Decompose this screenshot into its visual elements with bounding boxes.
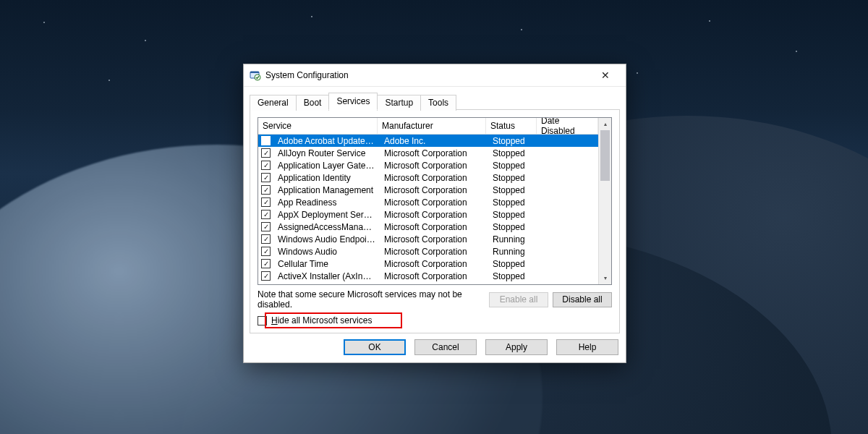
col-header-service[interactable]: Service — [258, 118, 378, 134]
service-checkbox[interactable] — [261, 271, 271, 281]
app-icon — [250, 69, 261, 81]
service-checkbox[interactable] — [261, 148, 271, 158]
hide-microsoft-checkbox[interactable] — [258, 316, 267, 326]
service-row[interactable]: AllJoyn Router ServiceMicrosoft Corporat… — [258, 147, 598, 159]
service-mfr-cell: Microsoft Corporation — [380, 173, 488, 183]
help-button[interactable]: Help — [556, 339, 618, 355]
hide-microsoft-label[interactable]: Hide all Microsoft services — [271, 315, 372, 326]
service-name-cell: AssignedAccessManager Service — [273, 222, 380, 232]
service-row[interactable]: Application Layer Gateway ServiceMicroso… — [258, 159, 598, 171]
service-checkbox[interactable] — [261, 210, 271, 219]
service-mfr-cell: Microsoft Corporation — [380, 271, 488, 281]
service-checkbox[interactable] — [261, 234, 271, 244]
tab-general[interactable]: General — [250, 95, 297, 111]
service-checkbox[interactable] — [261, 222, 271, 231]
cancel-button[interactable]: Cancel — [414, 339, 477, 355]
tab-body-services: Service Manufacturer Status Date Disable… — [250, 109, 620, 333]
service-mfr-cell: Microsoft Corporation — [380, 148, 488, 158]
chevron-down-icon: ▾ — [604, 275, 607, 281]
service-name-cell: Application Identity — [273, 173, 380, 183]
tab-boot[interactable]: Boot — [296, 95, 330, 111]
note-text: Note that some secure Microsoft services… — [258, 289, 485, 310]
svg-rect-1 — [250, 72, 259, 73]
scroll-track[interactable] — [599, 130, 611, 272]
service-row[interactable]: Windows AudioMicrosoft CorporationRunnin… — [258, 245, 598, 258]
service-row[interactable]: App ReadinessMicrosoft CorporationStoppe… — [258, 196, 598, 208]
service-status-cell: Stopped — [488, 185, 539, 195]
service-status-cell: Stopped — [488, 271, 539, 281]
service-name-cell: AppX Deployment Service (AppX… — [273, 210, 380, 220]
tab-strip: GeneralBootServicesStartupTools — [250, 93, 620, 110]
service-status-cell: Running — [488, 234, 539, 244]
vertical-scrollbar[interactable]: ▴ ▾ — [598, 118, 611, 284]
dialog-button-row: OK Cancel Apply Help — [244, 333, 626, 362]
col-header-status[interactable]: Status — [486, 118, 537, 134]
service-status-cell: Stopped — [488, 197, 539, 208]
ok-button[interactable]: OK — [344, 339, 406, 355]
service-row[interactable]: Adobe Acrobat Update ServiceAdobe Inc.St… — [258, 135, 598, 147]
service-name-cell: App Readiness — [273, 197, 380, 208]
service-mfr-cell: Microsoft Corporation — [380, 247, 488, 257]
scroll-up-button[interactable]: ▴ — [599, 118, 611, 130]
service-mfr-cell: Microsoft Corporation — [380, 161, 488, 171]
service-checkbox[interactable] — [261, 185, 271, 195]
disable-all-button[interactable]: Disable all — [553, 292, 612, 307]
close-button[interactable]: ✕ — [590, 65, 621, 85]
service-status-cell: Stopped — [488, 148, 539, 158]
scroll-down-button[interactable]: ▾ — [599, 272, 611, 284]
service-name-cell: ActiveX Installer (AxInstSV) — [273, 271, 380, 281]
col-header-date-disabled[interactable]: Date Disabled — [537, 118, 598, 134]
service-name-cell: AllJoyn Router Service — [273, 148, 380, 158]
service-status-cell: Stopped — [488, 222, 539, 232]
services-listview[interactable]: Service Manufacturer Status Date Disable… — [258, 117, 612, 285]
service-status-cell: Stopped — [488, 173, 539, 183]
service-name-cell: Windows Audio — [273, 247, 380, 257]
service-mfr-cell: Microsoft Corporation — [380, 234, 488, 244]
tab-startup[interactable]: Startup — [377, 95, 421, 111]
chevron-up-icon: ▴ — [604, 121, 607, 127]
tab-services[interactable]: Services — [328, 93, 378, 110]
service-row[interactable]: Application ManagementMicrosoft Corporat… — [258, 184, 598, 196]
service-row[interactable]: Application IdentityMicrosoft Corporatio… — [258, 171, 598, 184]
service-checkbox[interactable] — [261, 161, 271, 170]
service-mfr-cell: Microsoft Corporation — [380, 197, 488, 208]
service-row[interactable]: Cellular TimeMicrosoft CorporationStoppe… — [258, 258, 598, 270]
service-row[interactable]: AppX Deployment Service (AppX…Microsoft … — [258, 208, 598, 221]
col-header-manufacturer[interactable]: Manufacturer — [378, 118, 486, 134]
service-name-cell: Windows Audio Endpoint Builder — [273, 234, 380, 244]
service-name-cell: Cellular Time — [273, 259, 380, 269]
close-icon: ✕ — [601, 69, 610, 81]
service-status-cell: Running — [488, 247, 539, 257]
window-title: System Configuration — [265, 70, 590, 80]
service-checkbox[interactable] — [261, 173, 271, 182]
service-row[interactable]: ActiveX Installer (AxInstSV)Microsoft Co… — [258, 270, 598, 282]
service-row[interactable]: Windows Audio Endpoint BuilderMicrosoft … — [258, 233, 598, 245]
service-name-cell: Adobe Acrobat Update Service — [273, 136, 380, 146]
scroll-thumb[interactable] — [600, 130, 610, 181]
service-checkbox[interactable] — [261, 259, 271, 268]
system-configuration-dialog: System Configuration ✕ GeneralBootServic… — [243, 64, 626, 363]
service-mfr-cell: Microsoft Corporation — [380, 259, 488, 269]
service-mfr-cell: Microsoft Corporation — [380, 222, 488, 232]
listview-header[interactable]: Service Manufacturer Status Date Disable… — [258, 118, 598, 135]
service-status-cell: Stopped — [488, 210, 539, 220]
service-checkbox[interactable] — [261, 136, 271, 145]
service-name-cell: Application Layer Gateway Service — [273, 161, 380, 171]
service-checkbox[interactable] — [261, 197, 271, 207]
service-status-cell: Stopped — [488, 259, 539, 269]
service-name-cell: Application Management — [273, 185, 380, 195]
service-mfr-cell: Adobe Inc. — [380, 136, 488, 146]
service-mfr-cell: Microsoft Corporation — [380, 210, 488, 220]
service-row[interactable]: AssignedAccessManager ServiceMicrosoft C… — [258, 221, 598, 233]
enable-all-button[interactable]: Enable all — [489, 292, 548, 307]
apply-button[interactable]: Apply — [485, 339, 548, 355]
titlebar[interactable]: System Configuration ✕ — [244, 64, 626, 87]
service-mfr-cell: Microsoft Corporation — [380, 185, 488, 195]
service-checkbox[interactable] — [261, 247, 271, 256]
tab-tools[interactable]: Tools — [420, 95, 456, 111]
service-status-cell: Stopped — [488, 161, 539, 171]
desktop-wallpaper: System Configuration ✕ GeneralBootServic… — [0, 0, 868, 434]
service-status-cell: Stopped — [488, 136, 539, 146]
